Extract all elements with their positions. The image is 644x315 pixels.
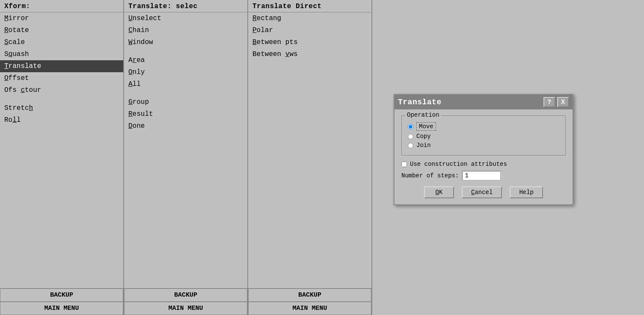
dialog-buttons: OK Cancel Help (401, 186, 566, 198)
translate-unselect[interactable]: Unselect (124, 12, 247, 24)
xform-roll[interactable]: Roll (0, 114, 123, 126)
translate-rectang[interactable]: Rectang (248, 12, 371, 24)
xform-translate[interactable]: Translate (0, 60, 123, 72)
radio-copy-label: Copy (416, 133, 431, 140)
translate-select-title: Translate: selec (124, 0, 247, 12)
dialog-area: Translate ? X Operation Move Copy Join (372, 0, 644, 205)
translate-only[interactable]: Only (124, 66, 247, 78)
xform-spacer1 (0, 96, 123, 102)
translate-chain[interactable]: Chain (124, 24, 247, 36)
steps-input[interactable] (462, 171, 501, 180)
xform-footer: BACKUP MAIN MENU (0, 288, 123, 315)
radio-join-row: Join (408, 142, 559, 149)
ok-button[interactable]: OK (424, 186, 454, 198)
radio-join[interactable] (408, 143, 413, 148)
xform-squash[interactable]: Squash (0, 48, 123, 60)
dialog-body: Operation Move Copy Join Use constructio… (395, 109, 573, 204)
radio-copy[interactable] (408, 134, 413, 139)
operation-label: Operation (405, 112, 441, 118)
construction-attrs-row: Use construction attributes (401, 161, 566, 168)
ts-spacer2 (124, 90, 247, 96)
translate-direct-footer: BACKUP MAIN MENU (248, 288, 371, 315)
move-label-box: Move (416, 122, 436, 131)
xform-rotate[interactable]: Rotate (0, 24, 123, 36)
xform-offset[interactable]: Offset (0, 72, 123, 84)
translate-direct-items: Rectang Polar Between pts Between vws (248, 12, 371, 288)
xform-ofs-ctour[interactable]: Ofs ctour (0, 84, 123, 96)
xform-backup-btn[interactable]: BACKUP (0, 289, 123, 302)
radio-move-label: Move (416, 122, 436, 131)
ts-backup-btn[interactable]: BACKUP (124, 289, 247, 302)
translate-between-pts[interactable]: Between pts (248, 36, 371, 48)
radio-move-row: Move (408, 122, 559, 131)
operation-group: Operation Move Copy Join (401, 115, 566, 156)
dialog-title: Translate (398, 98, 542, 106)
ts-mainmenu-btn[interactable]: MAIN MENU (124, 302, 247, 315)
ts-spacer1 (124, 48, 247, 54)
dialog-titlebar: Translate ? X (395, 95, 573, 109)
translate-window[interactable]: Window (124, 36, 247, 48)
xform-mirror[interactable]: Mirror (0, 12, 123, 24)
radio-move[interactable] (408, 124, 413, 130)
translate-direct-menu: Translate Direct Rectang Polar Between p… (248, 0, 372, 315)
steps-label: Number of steps: (401, 172, 459, 179)
steps-row: Number of steps: (401, 171, 566, 180)
xform-scale[interactable]: Scale (0, 36, 123, 48)
translate-group[interactable]: Group (124, 96, 247, 108)
xform-mainmenu-btn[interactable]: MAIN MENU (0, 302, 123, 315)
translate-polar[interactable]: Polar (248, 24, 371, 36)
dialog-help-btn[interactable]: ? (543, 97, 555, 107)
radio-copy-row: Copy (408, 133, 559, 140)
xform-stretch[interactable]: Stretch (0, 102, 123, 114)
radio-join-label: Join (416, 142, 431, 149)
translate-done[interactable]: Done (124, 120, 247, 132)
td-mainmenu-btn[interactable]: MAIN MENU (248, 302, 371, 315)
translate-all[interactable]: All (124, 78, 247, 90)
cancel-button[interactable]: Cancel (462, 186, 502, 198)
translate-dialog: Translate ? X Operation Move Copy Join (394, 94, 573, 205)
translate-area[interactable]: Area (124, 54, 247, 66)
use-construction-checkbox[interactable] (401, 162, 407, 167)
xform-menu-title: Xform: (0, 0, 123, 12)
help-button[interactable]: Help (510, 186, 543, 198)
xform-menu-items: Mirror Rotate Scale Squash Translate Off… (0, 12, 123, 288)
translate-direct-title: Translate Direct (248, 0, 371, 12)
xform-menu: Xform: Mirror Rotate Scale Squash Transl… (0, 0, 124, 315)
translate-select-footer: BACKUP MAIN MENU (124, 288, 247, 315)
translate-result[interactable]: Result (124, 108, 247, 120)
translate-select-menu: Translate: selec Unselect Chain Window A… (124, 0, 248, 315)
dialog-close-btn[interactable]: X (557, 97, 569, 107)
td-backup-btn[interactable]: BACKUP (248, 289, 371, 302)
use-construction-label: Use construction attributes (410, 161, 507, 168)
translate-between-vws[interactable]: Between vws (248, 48, 371, 60)
translate-select-items: Unselect Chain Window Area Only All Grou… (124, 12, 247, 288)
